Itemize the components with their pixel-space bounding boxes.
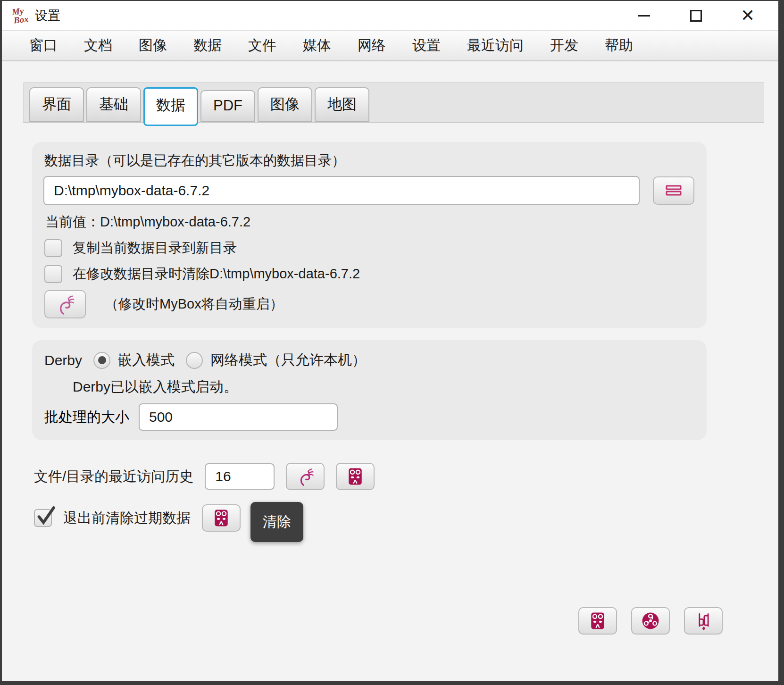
current-value-text: 当前值：D:\tmp\mybox-data-6.7.2 <box>45 213 694 232</box>
ok-button[interactable] <box>684 607 723 635</box>
tab-base[interactable]: 基础 <box>86 87 141 122</box>
window-title: 设置 <box>35 7 60 24</box>
menu-item-network[interactable]: 网络 <box>358 36 386 55</box>
network-mode-radio[interactable] <box>186 352 203 369</box>
tab-strip: 界面 基础 数据 PDF 图像 地图 <box>23 82 764 123</box>
taotie-mask-icon <box>211 508 232 528</box>
menu-item-image[interactable]: 图像 <box>139 36 167 55</box>
menu-item-document[interactable]: 文档 <box>84 36 112 55</box>
tab-pdf[interactable]: PDF <box>200 90 255 122</box>
mybox-logo-icon: My Box <box>11 6 29 25</box>
minimize-button[interactable] <box>633 5 655 26</box>
settings-window: My Box 设置 ✕ 窗口 文档 图像 数据 文件 <box>2 1 778 681</box>
close-button[interactable]: ✕ <box>737 5 759 26</box>
menu-item-help[interactable]: 帮助 <box>605 36 633 55</box>
menu-item-file[interactable]: 文件 <box>248 36 276 55</box>
batch-size-label: 批处理的大小 <box>44 408 129 427</box>
recover-button[interactable] <box>631 607 670 635</box>
menu-item-develop[interactable]: 开发 <box>550 36 578 55</box>
clear-button[interactable] <box>578 607 617 635</box>
clear-expired-button[interactable] <box>202 504 241 532</box>
clear-before-exit-row: 退出前清除过期数据 <box>34 504 778 532</box>
batch-size-input[interactable] <box>139 403 338 431</box>
menu-item-media[interactable]: 媒体 <box>303 36 331 55</box>
tab-interface[interactable]: 界面 <box>29 87 84 122</box>
data-directory-label: 数据目录（可以是已存在的其它版本的数据目录） <box>44 151 694 170</box>
select-path-button[interactable] <box>653 176 694 205</box>
footer-buttons <box>578 607 723 635</box>
clear-before-exit-label: 退出前清除过期数据 <box>63 509 191 528</box>
seal-face-icon <box>693 610 714 631</box>
apply-directory-button[interactable] <box>44 290 86 318</box>
phoenix-curl-icon <box>54 293 76 315</box>
history-row: 文件/目录的最近访问历史 <box>34 463 778 490</box>
titlebar: My Box 设置 ✕ <box>2 1 778 30</box>
clear-on-change-checkbox[interactable] <box>44 265 62 283</box>
desktop-frame: My Box 设置 ✕ 窗口 文档 图像 数据 文件 <box>0 0 784 685</box>
history-count-input[interactable] <box>205 463 275 490</box>
embedded-mode-label: 嵌入模式 <box>118 351 175 370</box>
history-label: 文件/目录的最近访问历史 <box>34 467 193 486</box>
taotie-mask-icon <box>587 610 608 631</box>
clear-before-exit-checkbox[interactable] <box>34 509 52 527</box>
phoenix-curl-icon <box>295 467 315 486</box>
maximize-icon <box>690 10 702 22</box>
clear-on-change-label: 在修改数据目录时清除D:\tmp\mybox-data-6.7.2 <box>73 265 360 284</box>
data-directory-input[interactable] <box>43 176 640 205</box>
close-icon: ✕ <box>741 7 755 24</box>
derby-panel: Derby 嵌入模式 网络模式（只允许本机） Derby已以嵌入模式启动。 批处… <box>32 340 707 440</box>
spiral-circle-icon <box>640 610 661 631</box>
restart-note: （修改时MyBox将自动重启） <box>105 295 284 314</box>
tab-image[interactable]: 图像 <box>258 87 312 122</box>
maximize-button[interactable] <box>685 5 707 26</box>
copy-directory-checkbox[interactable] <box>44 239 62 257</box>
radio-dot <box>98 356 106 364</box>
copy-directory-label: 复制当前数据目录到新目录 <box>73 239 237 258</box>
menubar: 窗口 文档 图像 数据 文件 媒体 网络 设置 最近访问 开发 帮助 <box>2 30 778 61</box>
menu-item-settings[interactable]: 设置 <box>412 36 441 55</box>
menu-item-data[interactable]: 数据 <box>193 36 222 55</box>
embedded-mode-radio[interactable] <box>93 352 110 369</box>
apply-history-button[interactable] <box>286 463 325 490</box>
menu-item-window[interactable]: 窗口 <box>29 36 58 55</box>
data-directory-panel: 数据目录（可以是已存在的其它版本的数据目录） 当前值：D:\tmp\mybox-… <box>32 142 707 328</box>
logo-text-bottom: Box <box>13 15 29 25</box>
double-bars-icon <box>662 179 685 202</box>
network-mode-label: 网络模式（只允许本机） <box>210 351 366 370</box>
menu-item-recent[interactable]: 最近访问 <box>467 36 524 55</box>
tab-data[interactable]: 数据 <box>143 87 198 126</box>
clear-tooltip: 清除 <box>250 502 303 542</box>
tab-map[interactable]: 地图 <box>315 87 369 122</box>
checkmark-icon <box>34 504 57 527</box>
derby-status-text: Derby已以嵌入模式启动。 <box>73 377 694 397</box>
derby-label: Derby <box>44 352 82 368</box>
window-controls: ✕ <box>633 5 768 26</box>
clear-history-button[interactable] <box>336 463 375 490</box>
taotie-mask-icon <box>345 466 366 487</box>
minimize-icon <box>638 15 650 17</box>
